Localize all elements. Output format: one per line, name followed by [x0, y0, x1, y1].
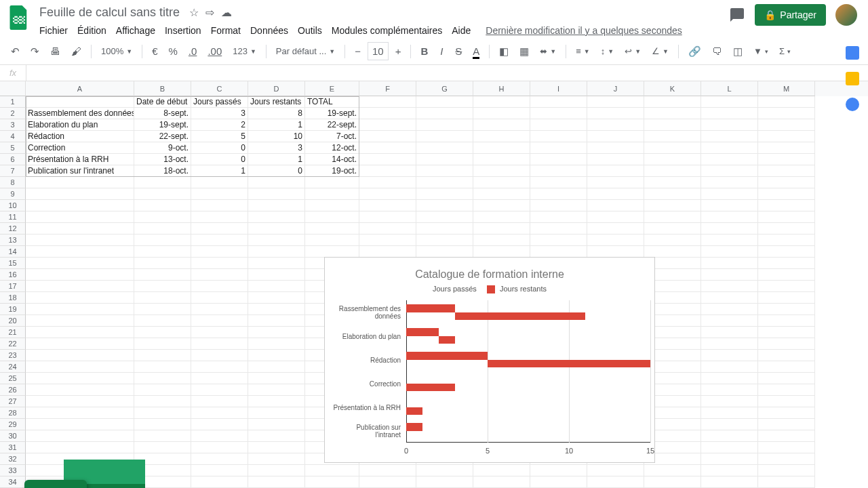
cell-F33[interactable]: [359, 465, 416, 476]
row-header-29[interactable]: 29: [0, 419, 26, 430]
row-header-30[interactable]: 30: [0, 430, 26, 442]
cell-C8[interactable]: [191, 177, 248, 188]
currency-button[interactable]: €: [148, 43, 161, 60]
cell-D19[interactable]: [248, 304, 305, 315]
cell-B21[interactable]: [134, 327, 191, 338]
cell-F2[interactable]: [359, 108, 416, 119]
row-header-33[interactable]: 33: [0, 465, 26, 476]
cell-B16[interactable]: [134, 269, 191, 281]
cell-I2[interactable]: [530, 108, 587, 119]
cell-A26[interactable]: [26, 384, 134, 396]
cell-D2[interactable]: 8: [248, 108, 305, 119]
rotate-button[interactable]: ∠▼: [648, 45, 673, 58]
row-header-18[interactable]: 18: [0, 292, 26, 304]
cell-M10[interactable]: [758, 200, 815, 211]
cell-I34[interactable]: [530, 476, 587, 488]
cell-M33[interactable]: [758, 465, 815, 476]
cell-I5[interactable]: [530, 142, 587, 154]
cell-B1[interactable]: Date de début: [134, 96, 191, 108]
cell-K4[interactable]: [644, 131, 701, 142]
cell-I14[interactable]: [530, 246, 587, 258]
cell-B11[interactable]: [134, 211, 191, 223]
cell-F9[interactable]: [359, 188, 416, 200]
cell-B15[interactable]: [134, 258, 191, 269]
cell-J8[interactable]: [587, 177, 644, 188]
cell-B31[interactable]: [134, 442, 191, 453]
cell-G8[interactable]: [416, 177, 473, 188]
cell-F12[interactable]: [359, 223, 416, 235]
cell-D31[interactable]: [248, 442, 305, 453]
paint-format-icon[interactable]: 🖌: [67, 43, 85, 60]
cell-A7[interactable]: Publication sur l'intranet: [26, 165, 134, 177]
cell-L17[interactable]: [701, 281, 758, 292]
cell-M13[interactable]: [758, 235, 815, 246]
cell-E34[interactable]: [305, 476, 359, 488]
cell-I8[interactable]: [530, 177, 587, 188]
cell-G10[interactable]: [416, 200, 473, 211]
cell-L32[interactable]: [701, 453, 758, 465]
cell-D25[interactable]: [248, 373, 305, 384]
cell-D5[interactable]: 3: [248, 142, 305, 154]
cell-K6[interactable]: [644, 154, 701, 165]
cell-L20[interactable]: [701, 315, 758, 327]
cell-J5[interactable]: [587, 142, 644, 154]
cell-D18[interactable]: [248, 292, 305, 304]
keep-icon[interactable]: [846, 72, 859, 85]
cell-D1[interactable]: Jours restants: [248, 96, 305, 108]
cell-H2[interactable]: [473, 108, 530, 119]
row-header-26[interactable]: 26: [0, 384, 26, 396]
cell-K2[interactable]: [644, 108, 701, 119]
filter-button[interactable]: ▼▾: [749, 45, 772, 58]
cell-A17[interactable]: [26, 281, 134, 292]
cell-K8[interactable]: [644, 177, 701, 188]
cell-A12[interactable]: [26, 223, 134, 235]
cell-C24[interactable]: [191, 361, 248, 373]
zoom-select[interactable]: 100%▼: [97, 45, 136, 58]
row-header-6[interactable]: 6: [0, 154, 26, 165]
cell-C27[interactable]: [191, 396, 248, 407]
cell-A2[interactable]: Rassemblement des données: [26, 108, 134, 119]
cell-D16[interactable]: [248, 269, 305, 281]
cell-C32[interactable]: [191, 453, 248, 465]
cell-L15[interactable]: [701, 258, 758, 269]
cell-G7[interactable]: [416, 165, 473, 177]
menu-outils[interactable]: Outils: [294, 22, 326, 39]
cell-C16[interactable]: [191, 269, 248, 281]
cell-K12[interactable]: [644, 223, 701, 235]
wrap-button[interactable]: ↩▼: [620, 45, 645, 58]
cell-E7[interactable]: 19-oct.: [305, 165, 359, 177]
cell-E13[interactable]: [305, 235, 359, 246]
cell-G33[interactable]: [416, 465, 473, 476]
cell-J4[interactable]: [587, 131, 644, 142]
cell-A28[interactable]: [26, 407, 134, 419]
cell-D8[interactable]: [248, 177, 305, 188]
cell-C17[interactable]: [191, 281, 248, 292]
cell-F13[interactable]: [359, 235, 416, 246]
cell-D21[interactable]: [248, 327, 305, 338]
row-header-16[interactable]: 16: [0, 269, 26, 281]
inc-decimal-button[interactable]: .00: [203, 43, 226, 60]
cell-G12[interactable]: [416, 223, 473, 235]
row-header-5[interactable]: 5: [0, 142, 26, 154]
cell-L30[interactable]: [701, 430, 758, 442]
cell-G14[interactable]: [416, 246, 473, 258]
col-header-K[interactable]: K: [644, 81, 701, 96]
cell-B27[interactable]: [134, 396, 191, 407]
chart-icon[interactable]: ◫: [729, 43, 747, 60]
font-select[interactable]: Par défaut ...▼: [272, 45, 339, 58]
strike-button[interactable]: S: [451, 43, 466, 60]
doc-title[interactable]: Feuille de calcul sans titre: [35, 4, 184, 21]
cell-J12[interactable]: [587, 223, 644, 235]
cell-A21[interactable]: [26, 327, 134, 338]
row-header-20[interactable]: 20: [0, 315, 26, 327]
row-header-22[interactable]: 22: [0, 338, 26, 350]
cell-A15[interactable]: [26, 258, 134, 269]
cell-M4[interactable]: [758, 131, 815, 142]
cell-L29[interactable]: [701, 419, 758, 430]
cell-D9[interactable]: [248, 188, 305, 200]
cell-B25[interactable]: [134, 373, 191, 384]
cell-L13[interactable]: [701, 235, 758, 246]
cell-C7[interactable]: 1: [191, 165, 248, 177]
fill-color-button[interactable]: ◧: [495, 43, 513, 60]
cell-J34[interactable]: [587, 476, 644, 488]
